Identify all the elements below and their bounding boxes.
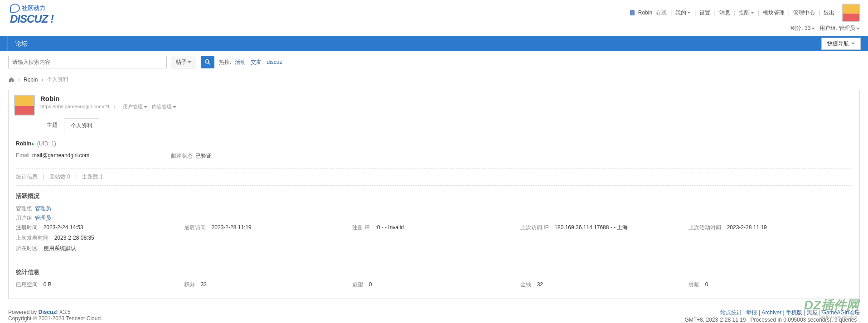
activity-section-title: 活跃概况 — [16, 192, 852, 200]
content-mgmt-menu[interactable]: 内容管理 — [152, 103, 176, 110]
breadcrumb-page: 个人资料 — [47, 76, 68, 83]
logo-bubble-icon — [10, 4, 20, 13]
hot-search-link[interactable]: 交友 — [251, 59, 262, 65]
powered-by: Powered by Discuz! X3.5 — [8, 309, 102, 315]
prestige-value: 0 — [369, 281, 372, 288]
tab-profile[interactable]: 个人资料 — [64, 118, 99, 133]
last-ip-value: 180.169.36.114:17688 - - 上海 — [554, 224, 628, 231]
svg-line-1 — [209, 63, 210, 65]
uid-name: Robin — [16, 140, 31, 147]
copyright: Copyright © 2001-2023 Tencent Cloud. — [8, 315, 102, 322]
caret-icon — [687, 12, 691, 14]
my-menu[interactable]: 我的 — [675, 9, 691, 17]
last-activity-value: 2023-2-28 11:19 — [727, 224, 767, 231]
reg-ip-value: :0 - - Invalid — [375, 224, 404, 231]
avatar-small[interactable] — [842, 4, 860, 22]
points-display[interactable]: 积分: 33 — [790, 24, 815, 32]
hot-search-link[interactable]: 活动 — [235, 59, 246, 65]
usergroup-display[interactable]: 用户组: 管理员 — [820, 24, 860, 32]
reminders-menu[interactable]: 提醒 — [739, 9, 754, 17]
email-value: mail@gameandgirl.com — [32, 152, 89, 159]
logo-tagline: 社区动力 — [22, 4, 45, 12]
user-group-value[interactable]: 管理员 — [35, 215, 51, 221]
caret-icon — [144, 106, 147, 108]
uid-value: (UID: 1) — [37, 140, 56, 147]
logout-link[interactable]: 退出 — [824, 9, 834, 17]
caret-icon — [856, 28, 860, 29]
topics-count: 主题数 1 — [82, 174, 103, 180]
search-type-select[interactable]: 帖子 — [171, 56, 196, 68]
site-stats-link[interactable]: 站点统计 — [720, 309, 742, 316]
money-value: 32 — [537, 281, 543, 288]
timezone-value: 使用系统默认 — [44, 245, 76, 251]
hot-search-link[interactable]: discuz — [267, 59, 282, 65]
report-link[interactable]: 举报 — [746, 309, 757, 316]
avatar[interactable] — [14, 95, 35, 116]
quick-nav-button[interactable]: 快捷导航 — [821, 38, 861, 50]
search-input[interactable] — [8, 56, 167, 68]
caret-icon — [751, 12, 754, 14]
profile-name: Robin — [40, 95, 854, 102]
caret-icon — [851, 43, 855, 44]
hot-search: 热搜: 活动 交友 discuz — [219, 58, 284, 66]
space-value: 0 B — [44, 281, 52, 288]
footer-links: 站点统计 | 举报 | Archiver | 手机版 | 黑屋 | GameAG… — [684, 309, 860, 317]
caret-icon — [811, 28, 815, 29]
profile-url[interactable]: https://bbs.gameandgirl.com/?1 — [40, 104, 110, 109]
username-link[interactable]: Robin — [638, 10, 652, 16]
logo[interactable]: 社区动力 DISCUZ ! — [8, 4, 53, 25]
discuz-link[interactable]: Discuz! — [39, 309, 58, 315]
caret-icon — [188, 61, 191, 63]
caret-icon — [173, 106, 176, 108]
admin-group-value[interactable]: 管理员 — [35, 205, 51, 212]
search-icon — [204, 59, 211, 65]
email-label: Email — [16, 152, 29, 159]
svg-point-0 — [205, 60, 209, 63]
online-status: 在线 — [656, 9, 667, 17]
reg-time-value: 2023-2-24 14:53 — [44, 224, 83, 231]
breadcrumb-user[interactable]: Robin — [24, 77, 38, 83]
contribution-value: 0 — [705, 281, 708, 288]
mobile-link[interactable]: 手机版 — [786, 309, 802, 316]
archiver-link[interactable]: Archiver — [761, 309, 781, 316]
messages-link[interactable]: 消息 — [719, 9, 730, 17]
stats-label: 统计信息 — [16, 174, 38, 180]
logo-text: DISCUZ ! — [10, 13, 53, 25]
settings-link[interactable]: 设置 — [699, 9, 710, 17]
email-status-label: 邮箱状态 — [171, 153, 193, 159]
last-visit-value: 2023-2-28 11:19 — [212, 224, 252, 231]
email-status-value: 已验证 — [195, 153, 212, 159]
module-mgmt-link[interactable]: 模块管理 — [763, 9, 785, 17]
timezone-info: GMT+8, 2023-2-28 11:19 , Processed in 0.… — [684, 317, 860, 323]
last-post-value: 2023-2-28 08:35 — [54, 235, 94, 241]
breadcrumb: › Robin › 个人资料 — [0, 73, 868, 86]
replies-count: 回帖数 0 — [49, 174, 70, 180]
tab-topics[interactable]: 主题 — [40, 118, 64, 133]
dark-link[interactable]: 黑屋 — [807, 309, 818, 316]
nav-forum[interactable]: 论坛 — [7, 36, 35, 51]
admin-center-link[interactable]: 管理中心 — [793, 9, 815, 17]
user-icon — [630, 10, 635, 15]
sitename-link[interactable]: GameAGirl论坛 — [822, 309, 860, 316]
points-stat-value: 33 — [201, 281, 207, 288]
search-button[interactable] — [201, 56, 214, 68]
user-mgmt-menu[interactable]: 用户管理 — [123, 103, 147, 110]
online-dot-icon: ● — [31, 141, 34, 146]
stats-section-title: 统计信息 — [16, 268, 852, 276]
home-icon[interactable] — [8, 77, 15, 83]
